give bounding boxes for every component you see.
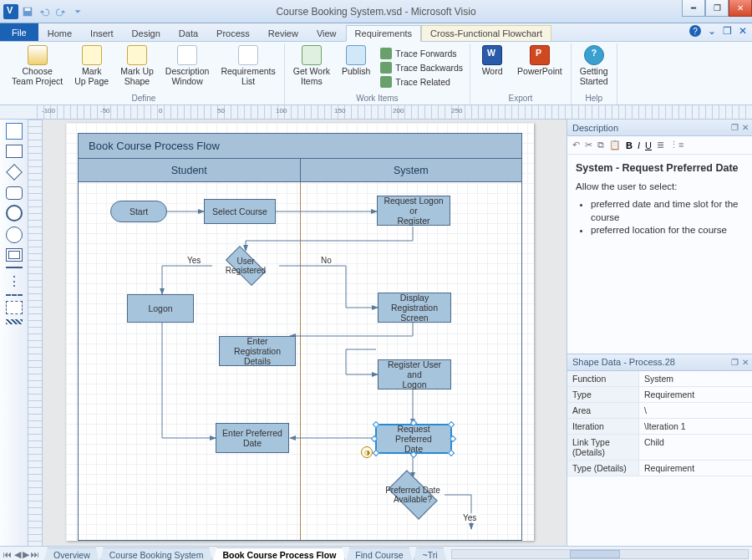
- maximize-button[interactable]: ❐: [705, 0, 729, 17]
- shape-data-value[interactable]: \Iteration 1: [639, 419, 752, 434]
- shape-dashed-rect[interactable]: [6, 301, 23, 314]
- node-start[interactable]: Start: [110, 201, 167, 222]
- minimize-ribbon-icon[interactable]: ⌄: [708, 25, 716, 37]
- tab-process[interactable]: Process: [207, 25, 259, 41]
- italic-button[interactable]: I: [638, 140, 640, 150]
- shape-rectangle[interactable]: [6, 145, 23, 158]
- export-powerpoint-button[interactable]: PPowerPoint: [514, 43, 566, 79]
- shape-line[interactable]: [6, 267, 23, 268]
- minimize-button[interactable]: ━: [682, 0, 705, 17]
- selection-handle[interactable]: [448, 450, 455, 456]
- sheet-overview[interactable]: Overview: [44, 547, 99, 561]
- copy-icon[interactable]: ⧉: [597, 140, 604, 150]
- shapes-toggle-icon[interactable]: [6, 123, 23, 140]
- sheet-book-course[interactable]: Book Course Process Flow: [213, 547, 345, 561]
- save-icon[interactable]: [22, 6, 33, 18]
- help-icon[interactable]: ?: [689, 25, 701, 37]
- node-enter-registration[interactable]: Enter Registration Details: [219, 336, 296, 366]
- mark-up-page-button[interactable]: Mark Up Page: [71, 43, 112, 88]
- shape-data-value[interactable]: Child: [639, 435, 752, 460]
- sheet-tri[interactable]: ~Tri: [414, 547, 447, 561]
- swimlane-title[interactable]: Book Course Process Flow: [79, 134, 521, 159]
- list-icon[interactable]: ≣: [657, 140, 664, 150]
- shape-data-row[interactable]: Iteration\Iteration 1: [567, 419, 752, 435]
- tab-home[interactable]: Home: [38, 25, 81, 41]
- node-user-registered[interactable]: User Registered: [216, 249, 276, 283]
- node-display-registration[interactable]: Display Registration Screen: [378, 293, 451, 323]
- node-select-course[interactable]: Select Course: [204, 199, 276, 224]
- tab-review[interactable]: Review: [259, 25, 307, 41]
- qat-more-icon[interactable]: [72, 6, 84, 18]
- lane-header-student[interactable]: Student: [79, 159, 301, 181]
- shape-data-row[interactable]: Area\: [567, 403, 752, 419]
- shape-data-value[interactable]: Requirement: [639, 461, 752, 476]
- tab-insert[interactable]: Insert: [81, 25, 123, 41]
- trace-related-button[interactable]: Trace Related: [379, 75, 465, 89]
- panel-close-icon[interactable]: ✕: [742, 123, 749, 132]
- panel-window-icon[interactable]: ❐: [731, 358, 739, 367]
- restore-window-icon[interactable]: ❐: [723, 25, 732, 37]
- lane-header-system[interactable]: System: [301, 159, 522, 181]
- sheet-course-booking[interactable]: Course Booking System: [100, 547, 213, 561]
- sheet-first-icon[interactable]: ⏮: [3, 549, 13, 559]
- scrollbar-thumb[interactable]: [570, 550, 620, 558]
- shape-separator[interactable]: [6, 319, 23, 324]
- shape-data-row[interactable]: TypeRequirement: [567, 387, 752, 403]
- mark-up-shape-button[interactable]: Mark Up Shape: [117, 43, 157, 88]
- shape-more-icon[interactable]: ⋮: [8, 273, 21, 289]
- undo-icon[interactable]: [38, 6, 50, 18]
- undo-icon[interactable]: ↶: [572, 140, 580, 150]
- trace-backwards-button[interactable]: Trace Backwards: [379, 61, 465, 74]
- node-request-logon[interactable]: Request Logon or Register: [377, 196, 450, 226]
- panel-window-icon[interactable]: ❐: [731, 123, 739, 132]
- trace-forwards-button[interactable]: Trace Forwards: [379, 47, 465, 60]
- underline-button[interactable]: U: [645, 140, 652, 150]
- tab-file[interactable]: File: [0, 23, 38, 41]
- publish-button[interactable]: Publish: [338, 43, 373, 79]
- panel-close-icon[interactable]: ✕: [742, 358, 749, 367]
- choose-team-project-button[interactable]: Choose Team Project: [8, 43, 66, 88]
- shape-circle-bold[interactable]: [6, 205, 23, 221]
- shape-data-row[interactable]: FunctionSystem: [567, 371, 752, 387]
- drawing-canvas[interactable]: Book Course Process Flow Student System: [43, 120, 567, 546]
- sheet-next-icon[interactable]: ▶: [23, 549, 29, 559]
- tab-design[interactable]: Design: [123, 25, 170, 41]
- shape-data-row[interactable]: Link Type (Details)Child: [567, 435, 752, 461]
- paste-icon[interactable]: 📋: [609, 140, 621, 150]
- requirements-list-button[interactable]: Requirements List: [217, 43, 278, 88]
- cut-icon[interactable]: ✂: [585, 140, 592, 150]
- getting-started-button[interactable]: ?Getting Started: [577, 43, 612, 88]
- export-word-button[interactable]: WWord: [475, 43, 509, 79]
- horizontal-scrollbar[interactable]: [451, 549, 749, 559]
- sheet-prev-icon[interactable]: ◀: [14, 549, 21, 559]
- node-register-user[interactable]: Register User and Logon: [378, 359, 451, 389]
- tab-view[interactable]: View: [307, 25, 346, 41]
- shape-data-row[interactable]: Type (Details)Requirement: [567, 461, 752, 476]
- smart-tag-icon[interactable]: ◑: [361, 446, 373, 458]
- drawing-page[interactable]: Book Course Process Flow Student System: [66, 123, 534, 541]
- shape-data-value[interactable]: Requirement: [639, 387, 752, 402]
- tab-cross-functional[interactable]: Cross-Functional Flowchart: [421, 25, 551, 41]
- shape-dashed-line[interactable]: [6, 294, 23, 296]
- sheet-last-icon[interactable]: ⏭: [31, 549, 40, 559]
- tab-requirements[interactable]: Requirements: [346, 25, 421, 42]
- shape-rounded[interactable]: [6, 186, 23, 200]
- redo-icon[interactable]: [55, 6, 67, 18]
- shape-circle[interactable]: [6, 227, 23, 243]
- sheet-find-course[interactable]: Find Course: [346, 547, 412, 561]
- bold-button[interactable]: B: [626, 140, 633, 150]
- node-enter-preferred[interactable]: Enter Preferred Date: [216, 423, 289, 453]
- close-button[interactable]: ✕: [729, 0, 752, 17]
- description-window-button[interactable]: Description Window: [162, 43, 213, 88]
- shape-diamond[interactable]: [6, 164, 23, 181]
- numbered-list-icon[interactable]: ⋮≡: [669, 140, 683, 150]
- swimlane-container[interactable]: Book Course Process Flow Student System: [78, 133, 522, 541]
- tab-data[interactable]: Data: [170, 25, 207, 41]
- shape-data-value[interactable]: System: [639, 371, 752, 386]
- shape-subprocess[interactable]: [6, 248, 23, 262]
- node-logon[interactable]: Logon: [127, 294, 194, 323]
- shape-data-value[interactable]: \: [639, 403, 752, 418]
- node-preferred-available[interactable]: Preferred Date Available?: [379, 476, 446, 513]
- node-request-preferred-selected[interactable]: Request Preferred Date: [376, 425, 451, 453]
- get-work-items-button[interactable]: Get Work Items: [290, 43, 333, 88]
